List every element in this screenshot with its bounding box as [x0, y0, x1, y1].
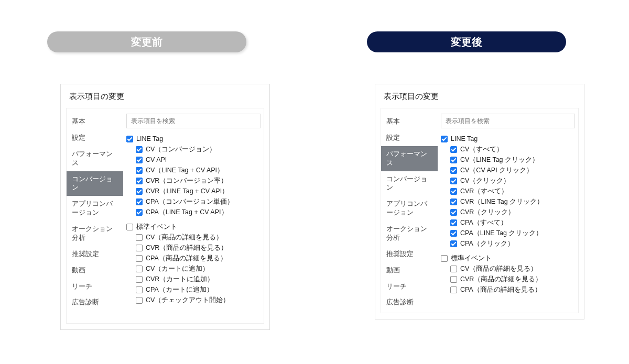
checkbox[interactable]: [450, 219, 457, 226]
child-item[interactable]: CVR（LINE Tag クリック）: [441, 196, 575, 207]
sidebar-item[interactable]: パフォーマンス: [67, 146, 123, 171]
child-item[interactable]: CV（CV API クリック）: [441, 165, 575, 175]
sidebar-item[interactable]: 設定: [381, 130, 438, 146]
search-input-after[interactable]: [441, 114, 575, 128]
content-after: LINE TagCV（すべて）CV（LINE Tag クリック）CV（CV AP…: [438, 108, 578, 313]
child-item[interactable]: CV（クリック）: [441, 175, 575, 186]
child-item[interactable]: CPA（商品の詳細を見る）: [126, 253, 261, 263]
child-text: CVR（コンバージョン率）: [146, 175, 227, 186]
child-item[interactable]: CPA（商品の詳細を見る）: [441, 284, 575, 295]
checkbox[interactable]: [136, 146, 143, 153]
checkbox[interactable]: [450, 230, 457, 237]
child-item[interactable]: CVR（カートに追加）: [126, 274, 261, 284]
checkbox[interactable]: [450, 167, 457, 174]
child-text: CV（商品の詳細を見る）: [146, 232, 223, 242]
child-item[interactable]: CV（カートに追加）: [126, 263, 261, 274]
child-text: CV（商品の詳細を見る）: [460, 263, 537, 274]
sidebar-item[interactable]: パフォーマンス: [381, 146, 438, 171]
sidebar-item[interactable]: コンバージョン: [67, 171, 123, 196]
sidebar-item[interactable]: 広告診断: [381, 294, 438, 311]
checkbox[interactable]: [450, 198, 457, 205]
checkbox[interactable]: [136, 276, 143, 283]
checkbox[interactable]: [450, 188, 457, 195]
sidebar-item[interactable]: リーチ: [381, 279, 438, 295]
search-input-before[interactable]: [126, 114, 261, 128]
checkbox[interactable]: [136, 198, 143, 205]
sidebar-item[interactable]: 推奨設定: [381, 246, 438, 262]
checkbox[interactable]: [136, 297, 143, 304]
child-item[interactable]: CV（すべて）: [441, 144, 575, 155]
sidebar-item[interactable]: 推奨設定: [67, 246, 123, 262]
sidebar-item[interactable]: 基本: [67, 114, 123, 130]
checkbox[interactable]: [450, 209, 457, 216]
child-item[interactable]: CVR（LINE Tag + CV API）: [126, 186, 261, 196]
child-item[interactable]: CPA（カートに追加）: [126, 284, 261, 295]
sidebar-item[interactable]: 設定: [67, 130, 123, 146]
sidebar-item[interactable]: オークション分析: [381, 221, 438, 246]
checkbox[interactable]: [450, 286, 457, 293]
sidebar-after: 基本設定パフォーマンスコンバージョンアプリコンバージョンオークション分析推奨設定…: [381, 108, 438, 313]
sidebar-item[interactable]: リーチ: [67, 279, 123, 295]
sidebar-item[interactable]: 動画: [381, 262, 438, 279]
checkbox[interactable]: [450, 276, 457, 283]
checkbox[interactable]: [450, 266, 457, 272]
checkbox[interactable]: [136, 286, 143, 293]
checkbox[interactable]: [441, 255, 448, 262]
child-item[interactable]: CVR（商品の詳細を見る）: [126, 242, 261, 253]
child-text: CV（LINE Tag + CV API）: [146, 165, 224, 175]
child-item[interactable]: CPA（LINE Tag クリック）: [441, 228, 575, 238]
child-item[interactable]: CVR（すべて）: [441, 186, 575, 196]
child-item[interactable]: CV API: [126, 155, 261, 165]
sidebar-item[interactable]: 基本: [381, 114, 438, 130]
sidebar-item[interactable]: 広告診断: [67, 294, 123, 311]
group-text: 標準イベント: [451, 253, 492, 263]
child-item[interactable]: CV（商品の詳細を見る）: [126, 232, 261, 242]
checkbox[interactable]: [136, 266, 143, 272]
child-item[interactable]: CPA（LINE Tag + CV API）: [126, 207, 261, 217]
sidebar-item[interactable]: アプリコンバージョン: [67, 196, 123, 221]
checkbox[interactable]: [136, 188, 143, 195]
child-item[interactable]: CV（LINE Tag + CV API）: [126, 165, 261, 175]
child-item[interactable]: CVR（コンバージョン率）: [126, 175, 261, 186]
checkbox[interactable]: [136, 178, 143, 184]
checkbox[interactable]: [136, 245, 143, 251]
checkbox[interactable]: [450, 178, 457, 184]
group-label[interactable]: LINE Tag: [441, 134, 575, 144]
child-item[interactable]: CPA（クリック）: [441, 238, 575, 249]
child-text: CV（LINE Tag クリック）: [460, 155, 539, 165]
checkbox[interactable]: [136, 167, 143, 174]
group-label[interactable]: LINE Tag: [126, 134, 261, 144]
child-item[interactable]: CV（LINE Tag クリック）: [441, 155, 575, 165]
checkbox[interactable]: [126, 136, 133, 142]
child-item[interactable]: CV（チェックアウト開始）: [126, 295, 261, 305]
checkbox[interactable]: [136, 255, 143, 262]
sidebar-item[interactable]: アプリコンバージョン: [381, 196, 438, 221]
child-text: CVR（商品の詳細を見る）: [146, 242, 227, 253]
sidebar-item[interactable]: オークション分析: [67, 221, 123, 246]
checkbox[interactable]: [136, 209, 143, 216]
sidebar-item[interactable]: コンバージョン: [381, 171, 438, 196]
group-label[interactable]: 標準イベント: [441, 253, 575, 263]
child-item[interactable]: CV（コンバージョン）: [126, 144, 261, 155]
header-pill-before: 変更前: [47, 31, 246, 52]
group-label[interactable]: 標準イベント: [126, 222, 261, 232]
checkbox[interactable]: [450, 240, 457, 247]
sidebar-item[interactable]: 動画: [67, 262, 123, 279]
checkbox[interactable]: [136, 157, 143, 163]
checkbox[interactable]: [441, 136, 448, 142]
child-item[interactable]: CPA（コンバージョン単価）: [126, 196, 261, 207]
child-item[interactable]: CVR（クリック）: [441, 207, 575, 217]
child-item[interactable]: CV（商品の詳細を見る）: [441, 263, 575, 274]
checkbox[interactable]: [136, 234, 143, 241]
checkbox[interactable]: [126, 224, 133, 230]
child-text: CPA（クリック）: [460, 238, 514, 249]
checkbox[interactable]: [450, 157, 457, 163]
child-item[interactable]: CPA（すべて）: [441, 217, 575, 228]
child-text: CV（コンバージョン）: [146, 144, 216, 155]
group-text: 標準イベント: [136, 222, 177, 232]
child-text: CPA（LINE Tag + CV API）: [146, 207, 228, 217]
checkbox[interactable]: [450, 146, 457, 153]
content-before: LINE TagCV（コンバージョン）CV APICV（LINE Tag + C…: [123, 108, 264, 323]
child-item[interactable]: CVR（商品の詳細を見る）: [441, 274, 575, 284]
child-text: CPA（コンバージョン単価）: [146, 196, 234, 207]
